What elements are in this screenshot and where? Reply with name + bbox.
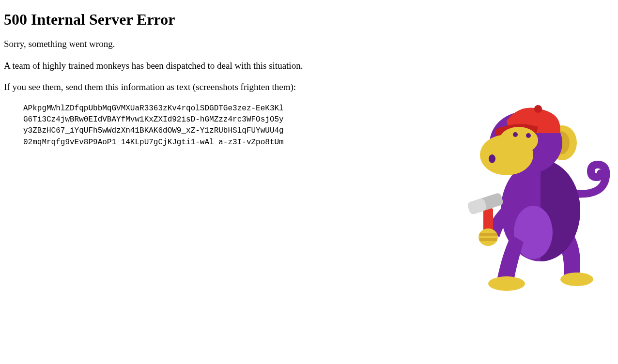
error-message-sorry: Sorry, something went wrong. [4, 38, 614, 50]
svg-rect-8 [479, 233, 497, 236]
svg-point-18 [489, 154, 495, 163]
monkey-illustration [448, 92, 613, 295]
svg-point-0 [560, 273, 593, 286]
svg-point-17 [526, 133, 531, 138]
error-message-monkeys: A team of highly trained monkeys has bee… [4, 60, 614, 72]
svg-rect-9 [479, 238, 497, 241]
svg-point-16 [513, 132, 518, 137]
monkey-with-hammer-icon [448, 92, 613, 295]
svg-point-13 [534, 105, 542, 113]
error-title: 500 Internal Server Error [4, 11, 614, 29]
svg-point-7 [479, 228, 498, 246]
svg-point-15 [499, 127, 538, 154]
svg-point-3 [488, 276, 525, 291]
